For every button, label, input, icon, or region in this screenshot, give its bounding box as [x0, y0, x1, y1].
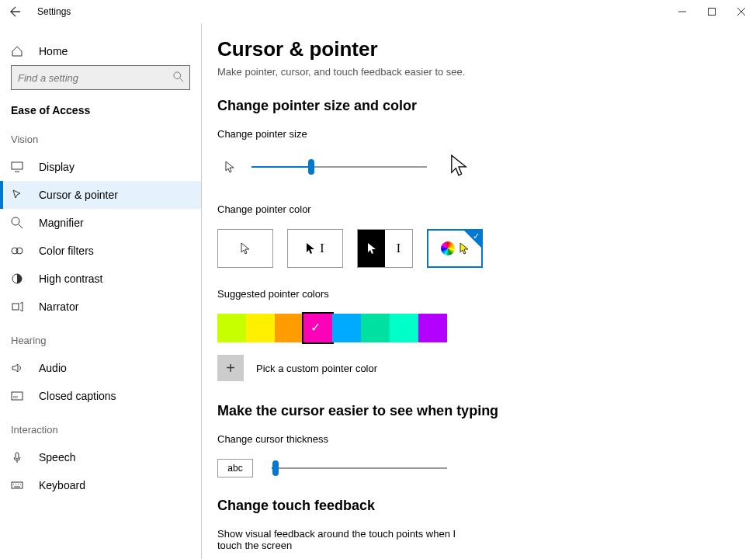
page-subtitle: Make pointer, cursor, and touch feedback… — [217, 66, 740, 78]
svg-rect-11 — [12, 482, 23, 488]
sidebar-item-label: Cursor & pointer — [39, 189, 118, 201]
pointer-color-custom[interactable]: ✓ — [427, 229, 483, 268]
cursor-inv-white-icon — [367, 242, 376, 255]
pointer-size-row — [217, 154, 740, 180]
close-icon — [737, 8, 745, 16]
app-title: Settings — [37, 6, 71, 17]
content: Cursor & pointer Make pointer, cursor, a… — [202, 23, 756, 559]
sidebar-item-keyboard[interactable]: Keyboard — [0, 471, 201, 499]
svg-rect-2 — [12, 162, 23, 169]
minimize-button[interactable] — [668, 0, 697, 23]
ibeam-icon: I — [397, 241, 401, 255]
closedcaptions-icon: cc — [11, 390, 23, 402]
close-button[interactable] — [727, 0, 756, 23]
sidebar-item-display[interactable]: Display — [0, 153, 201, 181]
colorfilters-icon — [11, 245, 23, 257]
svg-rect-10 — [16, 453, 19, 459]
arrow-left-icon — [10, 6, 21, 17]
sidebar-item-closedcaptions[interactable]: cc Closed captions — [0, 382, 201, 410]
sidebar-item-colorfilters[interactable]: Color filters — [0, 237, 201, 265]
colorwheel-icon — [441, 241, 455, 255]
swatch-3[interactable]: ✓ — [303, 314, 332, 342]
swatch-0[interactable] — [217, 314, 246, 342]
touch-description: Show visual feedback around the touch po… — [217, 528, 481, 551]
sidebar-item-audio[interactable]: Audio — [0, 354, 201, 382]
pointer-small-preview — [217, 161, 242, 173]
sidebar-item-label: Audio — [39, 362, 67, 374]
sidebar-item-label: Display — [39, 161, 75, 173]
sidebar-item-label: Narrator — [39, 300, 78, 313]
search-box — [11, 65, 190, 90]
sidebar-item-magnifier[interactable]: Magnifier — [0, 209, 201, 237]
maximize-icon — [708, 8, 716, 16]
label-pointer-size: Change pointer size — [217, 128, 740, 140]
cursor-large-icon — [450, 154, 467, 177]
sidebar-item-speech[interactable]: Speech — [0, 443, 201, 471]
maximize-button[interactable] — [697, 0, 727, 23]
home-icon — [11, 45, 23, 57]
sidebar-item-label: High contrast — [39, 273, 102, 285]
sidebar-item-highcontrast[interactable]: High contrast — [0, 265, 201, 293]
section-cursor: Make the cursor easier to see when typin… — [217, 403, 740, 419]
section-touch: Change touch feedback — [217, 498, 740, 514]
pointer-color-options: I I ✓ — [217, 229, 740, 268]
pointer-color-white[interactable] — [217, 229, 273, 268]
home-label: Home — [39, 45, 68, 57]
sidebar-item-label: Closed captions — [39, 390, 116, 402]
suggested-colors: ✓ — [217, 314, 740, 342]
cursor-thickness-slider[interactable] — [272, 467, 447, 469]
label-thickness: Change cursor thickness — [217, 433, 740, 445]
plus-icon: + — [226, 359, 235, 377]
highcontrast-icon — [11, 273, 23, 285]
svg-text:cc: cc — [13, 394, 18, 399]
svg-point-5 — [16, 248, 23, 254]
check-icon: ✓ — [473, 231, 480, 241]
swatch-5[interactable] — [361, 314, 390, 342]
cursor-black-icon — [306, 242, 315, 255]
swatch-7[interactable] — [418, 314, 447, 342]
cursor-icon — [11, 189, 23, 201]
narrator-icon — [11, 300, 23, 313]
svg-rect-0 — [709, 9, 716, 16]
swatch-1[interactable] — [246, 314, 275, 342]
svg-rect-7 — [12, 304, 19, 310]
sidebar-item-label: Speech — [39, 451, 75, 464]
custom-color-button[interactable]: + — [217, 355, 244, 381]
group-interaction: Interaction — [0, 421, 201, 443]
sidebar-item-label: Color filters — [39, 245, 94, 257]
back-button[interactable] — [0, 0, 31, 23]
search-input[interactable] — [11, 65, 190, 90]
magnifier-icon — [11, 217, 23, 229]
keyboard-icon — [11, 479, 23, 491]
check-icon: ✓ — [310, 320, 321, 335]
pointer-color-black[interactable]: I — [287, 229, 343, 268]
swatch-4[interactable] — [332, 314, 361, 342]
search-icon — [173, 71, 184, 82]
group-vision: Vision — [0, 130, 201, 153]
label-pointer-color: Change pointer color — [217, 203, 740, 215]
audio-icon — [11, 362, 23, 374]
section-size-color: Change pointer size and color — [217, 98, 740, 114]
pointer-color-inverted[interactable]: I — [357, 229, 413, 268]
swatch-2[interactable] — [275, 314, 303, 342]
swatch-6[interactable] — [390, 314, 418, 342]
abc-preview: abc — [217, 459, 253, 477]
label-suggested: Suggested pointer colors — [217, 288, 740, 300]
sidebar: Home Ease of Access Vision Display Curso… — [0, 23, 202, 559]
sidebar-item-cursor[interactable]: Cursor & pointer — [0, 181, 201, 209]
speech-icon — [11, 451, 23, 464]
group-hearing: Hearing — [0, 332, 201, 354]
custom-color-label: Pick a custom pointer color — [256, 363, 377, 374]
sidebar-item-label: Keyboard — [39, 479, 85, 491]
sidebar-item-narrator[interactable]: Narrator — [0, 293, 201, 321]
pointer-large-preview — [450, 154, 467, 180]
sidebar-home[interactable]: Home — [0, 37, 201, 65]
svg-point-1 — [174, 72, 181, 79]
cursor-small-icon — [225, 161, 234, 173]
cursor-white-icon — [241, 242, 250, 255]
sidebar-item-label: Magnifier — [39, 217, 84, 229]
pointer-size-slider[interactable] — [251, 166, 427, 168]
svg-point-3 — [12, 217, 19, 225]
section-header: Ease of Access — [0, 99, 201, 130]
page-title: Cursor & pointer — [217, 37, 740, 61]
